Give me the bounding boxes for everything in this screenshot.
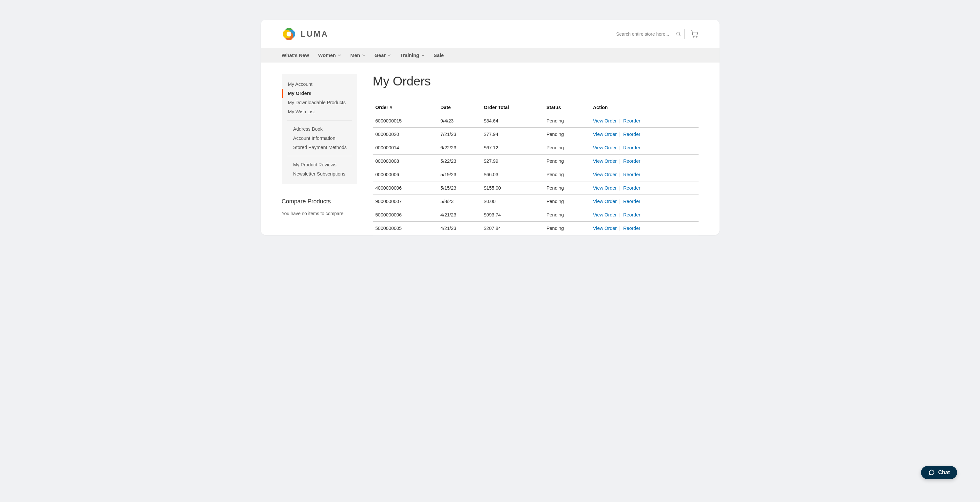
- action-separator: |: [619, 132, 620, 137]
- sidebar-item-my-downloadable-products[interactable]: My Downloadable Products: [282, 98, 357, 107]
- nav-item-women[interactable]: Women: [318, 48, 341, 62]
- svg-point-8: [696, 36, 697, 37]
- action-separator: |: [619, 118, 620, 124]
- reorder-link[interactable]: Reorder: [623, 159, 640, 164]
- nav-item-gear[interactable]: Gear: [374, 48, 391, 62]
- view-order-link[interactable]: View Order: [593, 132, 617, 137]
- table-row: 90000000075/8/23$0.00PendingView Order|R…: [373, 195, 698, 208]
- cell-order_no: 000000006: [373, 168, 438, 181]
- cell-order_no: 000000020: [373, 128, 438, 141]
- svg-line-6: [679, 35, 681, 36]
- cell-status: Pending: [544, 181, 590, 195]
- chevron-down-icon: [338, 54, 341, 56]
- action-separator: |: [619, 212, 620, 218]
- nav-item-label: Training: [400, 52, 419, 58]
- cell-status: Pending: [544, 141, 590, 154]
- cell-action: View Order|Reorder: [590, 208, 698, 222]
- nav-item-sale[interactable]: Sale: [434, 48, 444, 62]
- reorder-link[interactable]: Reorder: [623, 132, 640, 137]
- cell-action: View Order|Reorder: [590, 128, 698, 141]
- sidebar-item-my-product-reviews[interactable]: My Product Reviews: [282, 160, 357, 169]
- content: My AccountMy OrdersMy Downloadable Produ…: [261, 62, 719, 235]
- svg-point-5: [676, 32, 679, 35]
- cell-total: $993.74: [481, 208, 544, 222]
- cart-icon[interactable]: [691, 30, 698, 38]
- logo-text: LUMA: [301, 29, 329, 39]
- reorder-link[interactable]: Reorder: [623, 226, 640, 231]
- reorder-link[interactable]: Reorder: [623, 172, 640, 177]
- cell-total: $77.94: [481, 128, 544, 141]
- cell-order_no: 6000000015: [373, 114, 438, 128]
- cell-total: $207.84: [481, 222, 544, 235]
- nav-item-label: What's New: [282, 52, 309, 58]
- cell-date: 5/22/23: [438, 154, 481, 168]
- table-row: 0000000146/22/23$67.12PendingView Order|…: [373, 141, 698, 154]
- cell-total: $34.64: [481, 114, 544, 128]
- chevron-down-icon: [362, 54, 365, 56]
- cell-date: 6/22/23: [438, 141, 481, 154]
- header-right: [613, 29, 698, 39]
- sidebar-item-my-account[interactable]: My Account: [282, 79, 357, 89]
- sidebar: My AccountMy OrdersMy Downloadable Produ…: [282, 74, 357, 216]
- cell-order_no: 9000000007: [373, 195, 438, 208]
- sidebar-item-address-book[interactable]: Address Book: [282, 124, 357, 133]
- cell-total: $155.00: [481, 181, 544, 195]
- cell-date: 4/21/23: [438, 222, 481, 235]
- reorder-link[interactable]: Reorder: [623, 145, 640, 150]
- view-order-link[interactable]: View Order: [593, 212, 617, 218]
- view-order-link[interactable]: View Order: [593, 185, 617, 191]
- table-row: 50000000064/21/23$993.74PendingView Orde…: [373, 208, 698, 222]
- cell-total: $27.99: [481, 154, 544, 168]
- table-row: 50000000054/21/23$207.84PendingView Orde…: [373, 222, 698, 235]
- reorder-link[interactable]: Reorder: [623, 185, 640, 191]
- svg-point-7: [693, 36, 694, 37]
- reorder-link[interactable]: Reorder: [623, 118, 640, 124]
- table-row: 0000000065/19/23$66.03PendingView Order|…: [373, 168, 698, 181]
- compare-block: Compare Products You have no items to co…: [282, 198, 357, 216]
- column-header: Order Total: [481, 102, 544, 114]
- cell-action: View Order|Reorder: [590, 222, 698, 235]
- sidebar-item-my-wish-list[interactable]: My Wish List: [282, 107, 357, 116]
- table-row: 60000000159/4/23$34.64PendingView Order|…: [373, 114, 698, 128]
- nav-item-men[interactable]: Men: [350, 48, 365, 62]
- sidebar-item-newsletter-subscriptions[interactable]: Newsletter Subscriptions: [282, 169, 357, 178]
- view-order-link[interactable]: View Order: [593, 118, 617, 124]
- logo[interactable]: LUMA: [282, 27, 329, 41]
- cell-date: 4/21/23: [438, 208, 481, 222]
- cell-order_no: 4000000006: [373, 181, 438, 195]
- chevron-down-icon: [388, 54, 391, 56]
- table-row: 40000000065/15/23$155.00PendingView Orde…: [373, 181, 698, 195]
- view-order-link[interactable]: View Order: [593, 145, 617, 150]
- app-frame: LUMA What's NewWomenMenGearTrainingSale …: [261, 20, 719, 235]
- main: My Orders Order #DateOrder TotalStatusAc…: [373, 74, 698, 235]
- search-input[interactable]: [616, 32, 676, 37]
- compare-empty-text: You have no items to compare.: [282, 211, 357, 216]
- cell-action: View Order|Reorder: [590, 154, 698, 168]
- cell-status: Pending: [544, 195, 590, 208]
- cell-date: 5/8/23: [438, 195, 481, 208]
- table-row: 0000000207/21/23$77.94PendingView Order|…: [373, 128, 698, 141]
- action-separator: |: [619, 185, 620, 191]
- reorder-link[interactable]: Reorder: [623, 199, 640, 204]
- svg-point-4: [286, 32, 291, 37]
- cell-status: Pending: [544, 114, 590, 128]
- nav-item-training[interactable]: Training: [400, 48, 424, 62]
- sidebar-item-account-information[interactable]: Account Information: [282, 133, 357, 143]
- cell-action: View Order|Reorder: [590, 141, 698, 154]
- sidebar-item-my-orders[interactable]: My Orders: [282, 89, 357, 98]
- nav-item-what-s-new[interactable]: What's New: [282, 48, 309, 62]
- view-order-link[interactable]: View Order: [593, 159, 617, 164]
- search-icon: [676, 32, 681, 37]
- reorder-link[interactable]: Reorder: [623, 212, 640, 218]
- view-order-link[interactable]: View Order: [593, 172, 617, 177]
- view-order-link[interactable]: View Order: [593, 226, 617, 231]
- cell-total: $66.03: [481, 168, 544, 181]
- sidebar-item-stored-payment-methods[interactable]: Stored Payment Methods: [282, 143, 357, 152]
- column-header: Date: [438, 102, 481, 114]
- sidebar-nav: My AccountMy OrdersMy Downloadable Produ…: [282, 74, 357, 184]
- nav-item-label: Women: [318, 52, 336, 58]
- action-separator: |: [619, 159, 620, 164]
- view-order-link[interactable]: View Order: [593, 199, 617, 204]
- cell-status: Pending: [544, 128, 590, 141]
- search-box[interactable]: [613, 29, 685, 39]
